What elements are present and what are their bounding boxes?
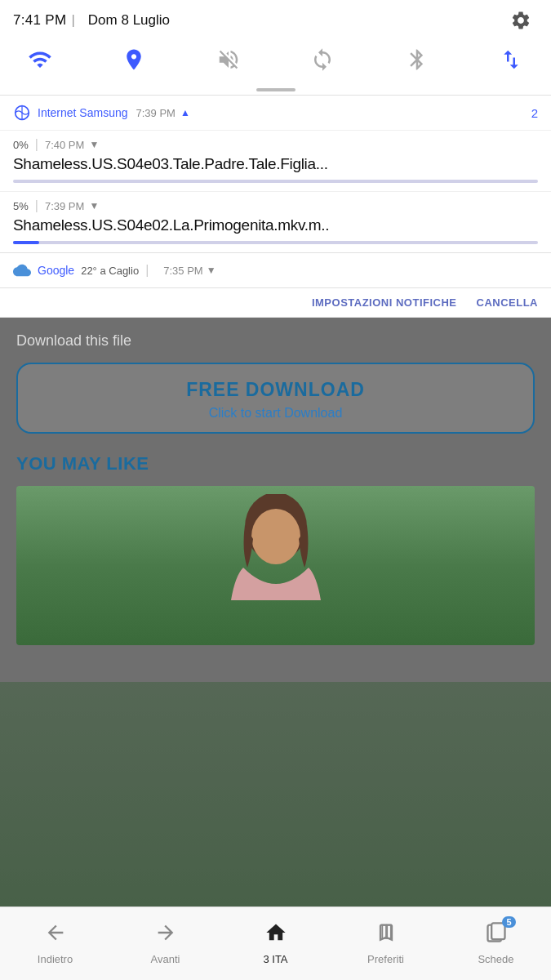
browser-content: Download this file FREE DOWNLOAD Click t…: [0, 318, 551, 980]
bookmarks-icon: [375, 921, 398, 950]
download-time-1: 7:40 PM: [45, 139, 84, 151]
tabs-badge: 5: [502, 916, 515, 928]
nav-back-label: Indietro: [38, 953, 73, 965]
download-filename-1: Shameless.US.S04e03.Tale.Padre.Tale.Figl…: [13, 155, 538, 173]
nav-tabs-label: Schede: [478, 953, 513, 965]
nav-tabs[interactable]: 5 Schede: [441, 921, 551, 965]
back-icon: [44, 921, 67, 950]
google-header[interactable]: Google 22° a Caglio | 7:35 PM ▼: [0, 253, 551, 287]
notif-count: 2: [531, 106, 538, 120]
person-svg: [186, 494, 366, 645]
samsung-internet-app-icon: [13, 104, 31, 122]
settings-icon[interactable]: [504, 3, 538, 38]
notification-panel: Internet Samsung 7:39 PM ▲ 2 0% | 7:40 P…: [0, 95, 551, 318]
icons-row: [0, 39, 551, 83]
status-bar: 7:41 PM | Dom 8 Luglio: [0, 0, 551, 39]
svg-rect-4: [382, 924, 386, 938]
home-icon: [264, 921, 287, 950]
nav-forward[interactable]: Avanti: [110, 921, 220, 965]
status-left: 7:41 PM | Dom 8 Luglio: [13, 12, 170, 29]
nav-home[interactable]: 3 ITA: [220, 921, 331, 965]
status-date: Dom 8 Luglio: [88, 12, 170, 29]
samsung-internet-time: 7:39 PM: [136, 107, 176, 119]
google-weather: 22° a Caglio: [81, 265, 139, 277]
samsung-internet-group: Internet Samsung 7:39 PM ▲ 2 0% | 7:40 P…: [0, 96, 551, 253]
sync-icon: [305, 42, 340, 77]
download-meta-1: 0% | 7:40 PM ▼: [13, 137, 538, 152]
chevron-down-icon-2: ▼: [89, 200, 99, 212]
notification-settings-button[interactable]: IMPOSTAZIONI NOTIFICHE: [312, 296, 457, 309]
nav-bookmarks-label: Preferiti: [367, 953, 404, 965]
download-percent-2: 5%: [13, 200, 29, 212]
action-buttons-row: IMPOSTAZIONI NOTIFICHE CANCELLA: [0, 288, 551, 318]
progress-fill-2: [13, 241, 39, 244]
download-percent-1: 0%: [13, 139, 29, 151]
tabs-icon: 5: [485, 921, 508, 950]
forward-icon: [154, 921, 177, 950]
samsung-internet-header[interactable]: Internet Samsung 7:39 PM ▲ 2: [0, 96, 551, 130]
download-item-1[interactable]: 0% | 7:40 PM ▼ Shameless.US.S04e03.Tale.…: [0, 130, 551, 191]
drag-handle-bar: [256, 88, 295, 91]
nav-back[interactable]: Indietro: [0, 921, 110, 965]
main-layout: 7:41 PM | Dom 8 Luglio: [0, 0, 551, 980]
svg-point-3: [251, 509, 300, 564]
chevron-down-google-icon: ▼: [207, 265, 216, 276]
free-download-subtitle: Click to start Download: [34, 406, 517, 421]
location-icon: [117, 42, 151, 77]
wifi-icon: [23, 42, 57, 77]
browser-inner: Download this file FREE DOWNLOAD Click t…: [0, 318, 551, 658]
bluetooth-icon: [400, 42, 434, 77]
you-may-like-heading: YOU MAY LIKE: [16, 453, 535, 474]
download-meta-2: 5% | 7:39 PM ▼: [13, 198, 538, 213]
download-filename-2: Shameless.US.S04e02.La.Primogenita.mkv.m…: [13, 216, 538, 234]
download-this-file-text: Download this file: [16, 332, 535, 350]
free-download-button[interactable]: FREE DOWNLOAD Click to start Download: [16, 363, 535, 434]
google-group: Google 22° a Caglio | 7:35 PM ▼: [0, 253, 551, 288]
svg-rect-5: [387, 924, 391, 938]
expand-up-icon[interactable]: ▲: [180, 107, 190, 118]
download-time-2: 7:39 PM: [45, 200, 84, 212]
status-separator: |: [71, 12, 74, 29]
progress-bar-1: [13, 180, 538, 183]
cancel-button[interactable]: CANCELLA: [477, 296, 539, 309]
progress-bar-2: [13, 241, 538, 244]
samsung-internet-name: Internet Samsung: [38, 106, 128, 119]
nav-home-label: 3 ITA: [263, 953, 287, 965]
google-name: Google: [38, 264, 74, 277]
nav-forward-label: Avanti: [151, 953, 180, 965]
nav-bookmarks[interactable]: Preferiti: [331, 921, 441, 965]
status-time: 7:41 PM: [13, 12, 66, 29]
chevron-down-icon-1: ▼: [89, 139, 99, 150]
google-time: 7:35 PM: [163, 265, 202, 277]
free-download-title: FREE DOWNLOAD: [34, 379, 517, 401]
thumbnail-image[interactable]: [16, 486, 535, 645]
mute-icon: [211, 42, 246, 77]
google-cloud-icon: [13, 261, 31, 279]
download-item-2[interactable]: 5% | 7:39 PM ▼ Shameless.US.S04e02.La.Pr…: [0, 191, 551, 252]
bottom-nav: Indietro Avanti 3 ITA: [0, 906, 551, 980]
data-transfer-icon: [494, 42, 528, 77]
drag-handle: [0, 83, 551, 95]
